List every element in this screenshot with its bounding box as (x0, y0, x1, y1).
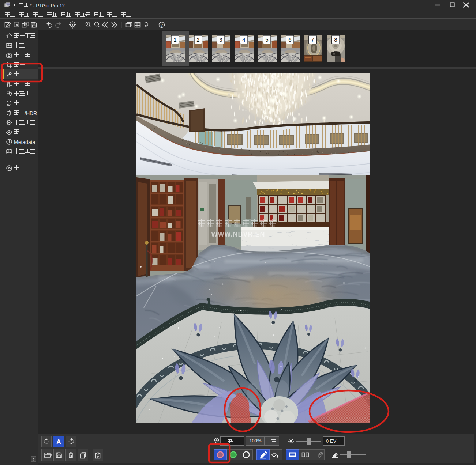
svg-text:WWW.NBVR.EN: WWW.NBVR.EN (211, 231, 265, 238)
svg-text:?: ? (161, 23, 163, 27)
